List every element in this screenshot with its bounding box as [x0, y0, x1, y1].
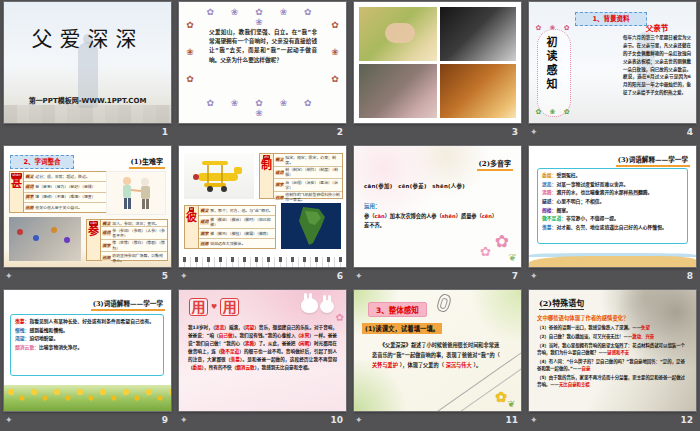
slide-thumbnail-9[interactable]: (3)词语解释——学一学 羡慕：指看见别人有某种长处、好处或有利条件而希望自己也… [4, 290, 171, 411]
definition-line: 羡慕：对才能、名誉、地位或境遇比自己好的人心怀憧憬。 [542, 224, 683, 233]
slide4-vertical-title: 初读感知 [542, 36, 558, 110]
slide-thumbnail-4[interactable]: 1、背景资料 ✿ ❀ ✿ 初读感知 ✿ ❀ ✿ 父亲节 每年六月的第三个星期日被… [529, 2, 696, 123]
rose-icon: ✿ [480, 244, 491, 259]
row-label: 组词 [275, 170, 284, 175]
row-value: 甚（甚至）（甚为）（甚好）（甚微） [35, 184, 95, 189]
piano-keys-strip [179, 257, 346, 267]
row-label: 运用 [102, 255, 111, 260]
animation-indicator-icon: ✦ [355, 416, 363, 425]
slide7-usage-label: 运用： [364, 202, 380, 210]
quote-item: （5）由于我的音乐，家里不再冷清而十分温馨，更主要的是和爸爸一起做过音响。——无… [537, 375, 688, 389]
slide-thumbnail-3[interactable] [354, 2, 521, 123]
leaf-icon: ❦ [507, 399, 515, 409]
houses-background [4, 105, 171, 123]
row-label: 运用 [25, 205, 34, 210]
row-label: 运用 [200, 241, 209, 246]
sunflower-icon: ✿ [495, 389, 507, 405]
slide-thumbnail-2[interactable]: ✿ ❀ ✿ ❀ ✿ ❀ ✿ ❀ ✿ ❀ ✿ ❀ ✿ ❀ ✿ ✿ ❀ ✿ 父爱如山… [179, 2, 346, 123]
seal-char: 用 [220, 298, 239, 316]
slide2-intro-text: 父爱如山，教我们坚强、自立。在“我”非常渴望拥有一个音响时，父亲没有直接给钱让“… [209, 28, 317, 65]
slide7-pinyin-line: cān(参加) cēn(参差) shēn(人参) [364, 182, 465, 190]
character: 甚 [11, 178, 22, 190]
row-label: 辨字 [25, 194, 34, 199]
definition-line: 羡慕：指看见别人有某种长处、好处或有利条件而希望自己也有。 [15, 318, 159, 327]
slide-thumbnail-12[interactable]: (2)特殊语句 文中哪些语句体现了作者的感情变化？ （1）爸爸的话刚一出口，我感… [529, 290, 696, 411]
tulip-field-strip [4, 385, 171, 411]
animation-indicator-icon: ✦ [355, 272, 363, 281]
sand-strip [529, 256, 696, 267]
row-value: 奶奶坚持参加广场舞，以愉悦身心。 [112, 253, 166, 264]
row-value: 他制作的飞机模型获得科技小制作一等奖。 [285, 192, 341, 203]
slide-number: 3 [512, 127, 518, 137]
definitions-box: 羡慕：指看见别人有某种长处、好处或有利条件而希望自己也有。 惭愧：感到羞愧和懊悔… [10, 314, 164, 376]
slide12-question: 文中哪些语句体现了作者的感情变化？ [537, 314, 629, 322]
row-value: 加入，参加；进见；查究。 [112, 221, 159, 226]
flower-border-right-icon: ✿ ❀ ✿ [330, 20, 340, 106]
slide-number: 2 [337, 127, 343, 137]
slide-cell-12: (2)特殊语句 文中哪些语句体现了作者的感情变化？ （1）爸爸的话刚一出口，我感… [525, 288, 700, 431]
slide-thumbnail-5[interactable]: 2、字词整合 (1)生难字 shèn甚 释义过分；很，非常；超过，胜过。 组词甚… [4, 146, 171, 267]
animation-indicator-icon: ✦ [5, 416, 13, 425]
slide-cell-5: 2、字词整合 (1)生难字 shèn甚 释义过分；很，非常；超过，胜过。 组词甚… [0, 144, 175, 288]
quote-item: （1）爸爸的话刚一出口，我感觉像跌入了深渊。——失望 [537, 325, 688, 332]
slide-thumbnail-11[interactable]: 3、整体感知 (1)读课文，试着填一填。 《父爱深深》叙述了小时候爸爸用很长时间… [354, 290, 521, 411]
use-it-seal-title: 用 ♥ 用 [189, 298, 239, 316]
slide-number: 10 [330, 415, 343, 425]
slide-cell-6: zhì制 释义拟定，规定；限定，约束；制度。 组词制（制定）（制作）（制度）（制… [175, 144, 350, 288]
row-value: 堪（堪称）（不堪）（难堪）（堪查） [35, 194, 95, 199]
slide-cell-9: (3)词语解释——学一学 羡慕：指看见别人有某种长处、好处或有利条件而希望自己也… [0, 288, 175, 431]
slide-thumbnail-7[interactable]: (2)多音字 cān(参加) cēn(参差) shēn(人参) 运用： 参（cā… [354, 146, 521, 267]
slide-thumbnail-6[interactable]: zhì制 释义拟定，规定；限定，约束；制度。 组词制（制定）（制作）（制度）（制… [179, 146, 346, 267]
cartoon-walking-figures [106, 171, 166, 215]
slide7-usage-sentence: 参（cān）加本次农博会的人参（shēn）质量参（cēn）差不齐。 [364, 212, 496, 230]
slide-cell-1: 父爱深深 第一PPT模板网-WWW.1PPT.COM 1 [0, 0, 175, 144]
character: 参 [88, 226, 99, 238]
definition-line: 惭愧：感到羞愧和懊悔。 [15, 327, 159, 336]
bunny-icon [301, 298, 318, 313]
row-value: 姑姑远在大洋彼岸。 [210, 241, 245, 246]
slide10-fill-in-passage: 我13岁时，（迷恋）摇滚，（渴望）音乐，想组建自己的乐队。对于音响，爸爸说：“咱… [188, 324, 337, 372]
row-value: 彼（彼此）（彼岸）（彼时）（知己知彼） [210, 217, 274, 228]
row-label: 组词 [102, 230, 111, 235]
photo-elderly-couple [359, 64, 437, 118]
definition-line: 迷恋：对某一事物过度爱好而难以舍弃。 [542, 181, 683, 190]
slide-thumbnail-8[interactable]: (3)词语解释——学一学 委屈：受到冤枉。 迷恋：对某一事物过度爱好而难以舍弃。… [529, 146, 696, 267]
flower-border-bottom-icon: ✿ ❀ ✿ ❀ ✿ ❀ [197, 98, 328, 118]
slide11-summary-text: 《父爱深深》叙述了小时候爸爸用很长时间和非常迷恋音乐的“我”一起做音响的事，表现… [372, 340, 504, 370]
slide-number: 7 [512, 271, 518, 281]
definition-line: 渴望：迫切地盼望。 [15, 335, 159, 344]
slide-number: 1 [162, 127, 168, 137]
flower-cluster-icon: ✿ [336, 312, 344, 323]
slide-number: 5 [162, 271, 168, 281]
slide-cell-8: (3)词语解释——学一学 委屈：受到冤枉。 迷恋：对某一事物过度爱好而难以舍弃。… [525, 144, 700, 288]
slide-cell-2: ✿ ❀ ✿ ❀ ✿ ❀ ✿ ❀ ✿ ❀ ✿ ❀ ✿ ❀ ✿ ✿ ❀ ✿ 父爱如山… [175, 0, 350, 144]
row-label: 释义 [275, 157, 284, 162]
flower-border-left-icon: ✿ ❀ ✿ [185, 20, 195, 106]
slide-sorter-grid: 父爱深深 第一PPT模板网-WWW.1PPT.COM 1 ✿ ❀ ✿ ❀ ✿ ❀… [0, 0, 700, 431]
row-label: 运用 [275, 195, 284, 200]
slide12-item-list: （1）爸爸的话刚一出口，我感觉像跌入了深渊。——失望 （2）自己做？我心跳加速，… [537, 325, 688, 391]
photo-south-america-map [281, 203, 341, 249]
row-value: 惨（悲惨）（惨白）（惨剧）（惨烈） [112, 240, 166, 251]
slide-thumbnail-1[interactable]: 父爱深深 第一PPT模板网-WWW.1PPT.COM [4, 2, 171, 123]
flower-border-top-icon: ✿ ❀ ✿ ❀ ✿ ❀ [197, 7, 328, 27]
animation-indicator-icon: ✦ [530, 272, 538, 281]
definition-line: 疑惑：心里不明白；不相信。 [542, 198, 683, 207]
row-label: 辨字 [275, 182, 284, 187]
slide7-sub-header: (2)多音字 [477, 158, 514, 171]
slide-number: 12 [680, 415, 693, 425]
slide-number: 4 [687, 127, 693, 137]
word-table-bi: bǐ彼 释义那，那个；对方，他。与“此”相对。 组词彼（彼此）（彼岸）（彼时）（… [184, 205, 276, 249]
bunny-icon [320, 300, 334, 313]
slide-number: 11 [505, 415, 518, 425]
row-label: 辨字 [200, 231, 209, 236]
photo-square-dance [9, 217, 81, 261]
slide-thumbnail-10[interactable]: 用 ♥ 用 ✿ 我13岁时，（迷恋）摇滚，（渴望）音乐，想组建自己的乐队。对于音… [179, 290, 346, 411]
slide9-sub-header: (3)词语解释——学一学 [91, 298, 165, 311]
heart-icon: ♥ [211, 303, 217, 311]
animation-indicator-icon: ✦ [530, 416, 538, 425]
row-value: 参（参加）（参观）（人参）（参差不齐） [112, 228, 166, 239]
slide-number: 6 [337, 271, 343, 281]
animation-indicator-icon: ✦ [5, 272, 13, 281]
slide5-sub-header: (1)生难字 [129, 156, 166, 169]
